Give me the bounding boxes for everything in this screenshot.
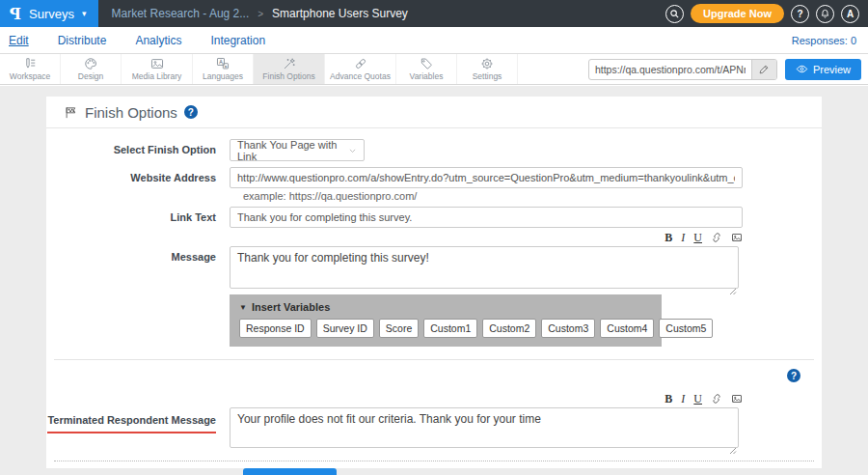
breadcrumb: Market Research - Aug 2... > Smartphone … [112, 7, 408, 20]
var-custom5-button[interactable]: Custom5 [659, 319, 713, 338]
finish-options-form: Select Finish Option Thank You Page with… [46, 128, 822, 475]
underline-button[interactable]: U [693, 231, 702, 245]
help-button[interactable]: ? [791, 5, 809, 23]
underline-button[interactable]: U [693, 392, 702, 406]
insert-variables-buttons: Response ID Survey ID Score Custom1 Cust… [239, 319, 652, 338]
tool-workspace[interactable]: Workspace [0, 54, 61, 84]
chevron-down-icon [348, 146, 357, 155]
finish-options-panel: Finish Options ? Select Finish Option Th… [46, 97, 822, 468]
terminated-message-textarea[interactable]: Your profile does not fit our criteria. … [230, 407, 739, 448]
var-response-id-button[interactable]: Response ID [239, 319, 312, 338]
finish-options-help-icon[interactable]: ? [184, 105, 198, 119]
responses-count[interactable]: Responses: 0 [792, 35, 868, 46]
tool-settings[interactable]: Settings [457, 54, 518, 84]
settings-icon [480, 57, 494, 70]
website-address-hint: example: https://qa.questionpro.com/ [243, 190, 822, 202]
toolbar-right: Preview [588, 54, 868, 84]
terminated-format-toolbar: B I U [230, 392, 743, 405]
notifications-button[interactable] [816, 5, 834, 23]
finish-option-selected-value: Thank You Page with Link [237, 139, 348, 162]
finish-option-label: Select Finish Option [46, 139, 230, 160]
account-avatar[interactable]: A [841, 5, 859, 23]
var-custom2-button[interactable]: Custom2 [482, 319, 536, 338]
svg-text:a: a [225, 64, 228, 69]
upgrade-now-button[interactable]: Upgrade Now [691, 4, 784, 23]
insert-variables-panel: ▼ Insert Variables Response ID Survey ID… [230, 294, 662, 347]
tab-edit[interactable]: Edit [9, 34, 29, 47]
bell-icon [820, 9, 830, 19]
media-library-icon [150, 57, 164, 70]
var-custom4-button[interactable]: Custom4 [600, 319, 654, 338]
languages-icon: Aa [216, 57, 230, 70]
tab-distribute[interactable]: Distribute [58, 34, 107, 47]
insert-variables-title: Insert Variables [252, 301, 330, 313]
terminated-message-row: Terminated Respondent Message B I U Your… [46, 392, 822, 452]
section-divider [54, 359, 814, 360]
survey-url-box [588, 59, 777, 80]
var-custom3-button[interactable]: Custom3 [541, 319, 595, 338]
pencil-icon [759, 64, 770, 74]
topbar-actions: Upgrade Now ? A [665, 4, 868, 23]
questionpro-logo-icon: P [10, 5, 21, 23]
primary-nav: Edit Distribute Analytics Integration Re… [0, 27, 868, 54]
finish-flag-icon [64, 105, 78, 120]
survey-url-input[interactable] [589, 64, 751, 75]
save-divider [54, 461, 814, 461]
terminated-help-icon[interactable]: ? [787, 369, 800, 382]
website-address-label: Website Address [46, 167, 230, 188]
message-label: Message [46, 231, 230, 267]
link-icon[interactable] [711, 393, 722, 405]
bold-button[interactable]: B [665, 392, 672, 406]
message-textarea[interactable]: Thank you for completing this survey! [230, 246, 739, 289]
insert-variables-toggle[interactable]: ▼ Insert Variables [239, 301, 652, 313]
save-changes-button[interactable]: Save Changes [243, 468, 337, 475]
tab-integration[interactable]: Integration [210, 34, 265, 47]
topbar: P Surveys ▾ Market Research - Aug 2... >… [0, 0, 868, 27]
link-icon[interactable] [711, 232, 722, 243]
edit-url-button[interactable] [751, 59, 776, 80]
var-survey-id-button[interactable]: Survey ID [316, 319, 374, 338]
website-address-input[interactable] [230, 167, 743, 188]
website-address-row: Website Address [46, 167, 822, 188]
variables-icon [420, 57, 433, 70]
preview-button[interactable]: Preview [785, 59, 861, 80]
link-text-input[interactable] [230, 207, 743, 228]
breadcrumb-separator: > [258, 9, 263, 19]
var-score-button[interactable]: Score [379, 319, 419, 338]
finish-option-select[interactable]: Thank You Page with Link [230, 139, 365, 161]
tool-variables[interactable]: Variables [396, 54, 457, 84]
search-icon [669, 9, 680, 19]
chevron-down-icon: ▾ [82, 9, 87, 18]
message-format-toolbar: B I U [230, 231, 743, 244]
surveys-menu[interactable]: P Surveys ▾ [0, 0, 98, 27]
workspace-icon [23, 57, 37, 70]
breadcrumb-folder[interactable]: Market Research - Aug 2... [112, 7, 250, 20]
search-button[interactable] [665, 5, 684, 23]
panel-header: Finish Options ? [46, 97, 822, 128]
breadcrumb-survey-name[interactable]: Smartphone Users Survey [272, 7, 408, 20]
terminated-message-label: Terminated Respondent Message [47, 410, 216, 433]
tool-advance-quotas[interactable]: Advance Quotas [325, 54, 396, 84]
triangle-down-icon: ▼ [239, 303, 247, 312]
page-title: Finish Options [85, 104, 177, 121]
italic-button[interactable]: I [681, 231, 685, 245]
tool-media-library[interactable]: Media Library [122, 54, 193, 84]
app-window: P Surveys ▾ Market Research - Aug 2... >… [0, 0, 868, 475]
link-text-row: Link Text [46, 207, 822, 228]
bold-button[interactable]: B [665, 231, 672, 245]
tab-analytics[interactable]: Analytics [135, 34, 181, 47]
insert-image-icon[interactable] [731, 393, 743, 405]
tool-finish-options[interactable]: Finish Options [254, 54, 325, 84]
insert-image-icon[interactable] [731, 232, 743, 243]
svg-text:A: A [219, 59, 223, 65]
tool-languages[interactable]: Aa Languages [193, 54, 254, 84]
eye-icon [796, 63, 808, 75]
product-name: Surveys [29, 7, 74, 21]
link-text-label: Link Text [46, 207, 230, 228]
advance-quotas-icon [354, 57, 367, 70]
question-icon: ? [797, 9, 802, 19]
var-custom1-button[interactable]: Custom1 [423, 319, 477, 338]
tool-design[interactable]: Design [61, 54, 122, 84]
italic-button[interactable]: I [681, 392, 685, 406]
design-icon [84, 57, 97, 70]
